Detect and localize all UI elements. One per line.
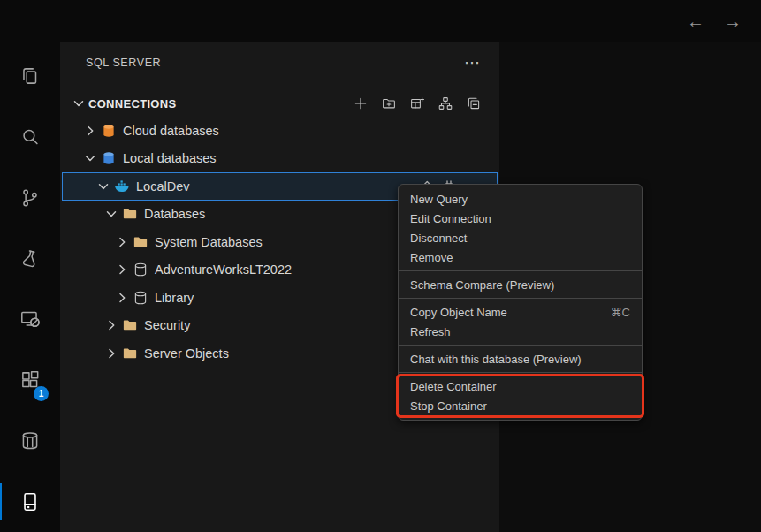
- folder-plus-icon[interactable]: [381, 95, 397, 111]
- menu-item-schema-compare[interactable]: Schema Compare (Preview): [399, 275, 642, 294]
- menu-separator: [399, 345, 642, 346]
- menu-item-label: Edit Connection: [410, 212, 491, 225]
- menu-item-label: New Query: [410, 193, 468, 206]
- search-icon: [19, 125, 42, 148]
- chevron-down-icon[interactable]: [72, 96, 86, 110]
- menu-item-delete-container[interactable]: Delete Container: [399, 376, 642, 396]
- sidebar-title: SQL SERVER: [86, 57, 161, 69]
- tree-item-label: LocalDev: [136, 179, 189, 194]
- connections-section-header[interactable]: CONNECTIONS: [72, 92, 482, 115]
- connections-toolbar: [353, 95, 482, 111]
- database-icon: [133, 290, 148, 306]
- menu-item-edit-connection[interactable]: Edit Connection: [399, 209, 642, 228]
- activity-item-extensions[interactable]: 1: [0, 350, 60, 411]
- chevron-down-icon[interactable]: [104, 207, 118, 221]
- plus-icon[interactable]: [353, 95, 369, 111]
- folder-icon: [122, 346, 138, 361]
- folder-icon: [133, 234, 148, 250]
- copy-pages-icon: [19, 65, 42, 87]
- tree-item-label: Local databases: [123, 151, 217, 165]
- activity-item-flask[interactable]: [0, 228, 60, 289]
- folder-icon: [122, 317, 138, 333]
- tree-item-label: Library: [155, 291, 194, 305]
- menu-item-label: Delete Container: [410, 380, 497, 393]
- sidebar-header: SQL SERVER ⋯: [86, 57, 480, 69]
- menu-item-remove[interactable]: Remove: [399, 247, 642, 267]
- chevron-right-icon[interactable]: [115, 235, 129, 249]
- sql-server-icon: [19, 490, 42, 513]
- menu-item-stop-container[interactable]: Stop Container: [399, 396, 642, 415]
- annotation-red-box: Delete Container Stop Container: [399, 376, 642, 415]
- menu-item-copy-object-name[interactable]: Copy Object Name ⌘C: [399, 302, 642, 322]
- docker-whale-icon: [114, 179, 130, 194]
- menu-item-chat-with-database[interactable]: Chat with this database (Preview): [399, 349, 642, 369]
- context-menu: New Query Edit Connection Disconnect Rem…: [398, 184, 643, 421]
- source-control-icon: [19, 186, 42, 209]
- menu-item-label: Copy Object Name: [410, 306, 507, 319]
- database-icon: [133, 262, 148, 277]
- activity-item-search[interactable]: [0, 107, 60, 168]
- container-barrel-icon: [19, 429, 42, 452]
- menu-separator: [399, 372, 642, 373]
- menu-item-label: Chat with this database (Preview): [410, 353, 582, 366]
- menu-item-label: Remove: [410, 251, 453, 264]
- titlebar: ← →: [0, 0, 761, 42]
- tree-item-label: System Databases: [155, 235, 263, 249]
- tree-item-local-databases[interactable]: Local databases: [60, 145, 499, 173]
- table-plus-icon[interactable]: [409, 95, 425, 111]
- arrow-right-icon[interactable]: →: [724, 12, 742, 30]
- activity-bar: 1: [0, 42, 60, 532]
- menu-item-label: Stop Container: [410, 399, 487, 413]
- menu-item-label: Disconnect: [410, 232, 467, 245]
- tree-item-label: Databases: [144, 207, 205, 221]
- chevron-right-icon[interactable]: [115, 262, 129, 277]
- tree-item-cloud-databases[interactable]: Cloud databases: [60, 117, 499, 145]
- flask-icon: [19, 247, 42, 270]
- database-orange-icon: [101, 123, 117, 139]
- more-actions-icon[interactable]: ⋯: [464, 58, 480, 67]
- monitor-slash-icon: [19, 308, 42, 331]
- menu-item-label: Schema Compare (Preview): [410, 278, 554, 292]
- tree-item-label: Cloud databases: [123, 124, 219, 138]
- extensions-badge: 1: [34, 386, 49, 401]
- chevron-right-icon[interactable]: [115, 291, 129, 305]
- chevron-right-icon[interactable]: [104, 346, 118, 361]
- menu-item-disconnect[interactable]: Disconnect: [399, 228, 642, 247]
- activity-item-monitor-slash[interactable]: [0, 289, 60, 350]
- activity-item-source-control[interactable]: [0, 168, 60, 229]
- chevron-down-icon[interactable]: [83, 151, 97, 165]
- folder-icon: [122, 206, 138, 222]
- org-chart-icon[interactable]: [438, 95, 453, 111]
- database-blue-icon: [101, 150, 117, 166]
- collapse-all-icon[interactable]: [466, 95, 482, 111]
- connections-section-label: CONNECTIONS: [88, 97, 176, 110]
- menu-item-shortcut: ⌘C: [611, 306, 630, 319]
- menu-separator: [399, 298, 642, 299]
- chevron-right-icon[interactable]: [83, 124, 97, 138]
- menu-item-label: Refresh: [410, 325, 451, 338]
- chevron-down-icon[interactable]: [96, 179, 110, 194]
- activity-item-sql-server[interactable]: [0, 471, 60, 532]
- menu-item-new-query[interactable]: New Query: [399, 189, 642, 209]
- tree-item-label: Server Objects: [144, 346, 229, 361]
- tree-item-label: AdventureWorksLT2022: [155, 262, 292, 277]
- menu-item-refresh[interactable]: Refresh: [399, 322, 642, 341]
- activity-item-containers[interactable]: [0, 411, 60, 472]
- chevron-right-icon[interactable]: [104, 318, 118, 332]
- activity-item-copy-pages[interactable]: [0, 46, 60, 107]
- tree-item-label: Security: [144, 318, 190, 332]
- menu-separator: [399, 270, 642, 271]
- arrow-left-icon[interactable]: ←: [687, 12, 704, 30]
